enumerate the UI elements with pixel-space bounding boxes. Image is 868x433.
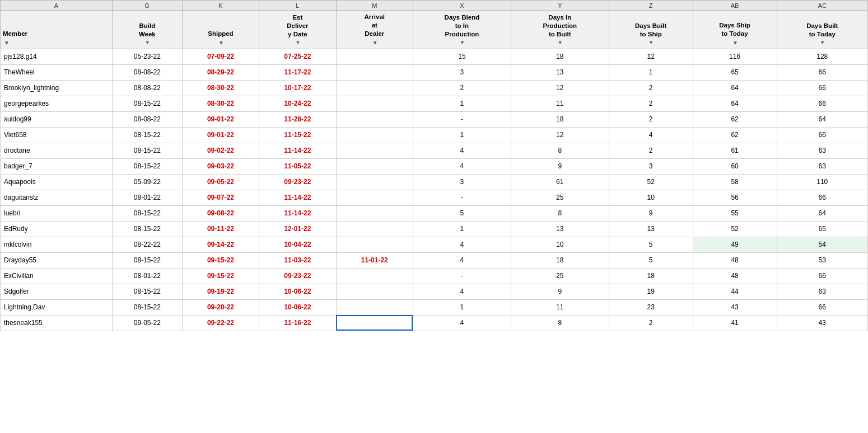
- header-est-sort-icon[interactable]: ▼: [295, 40, 300, 46]
- cell-days-built-ship[interactable]: 5: [609, 237, 693, 252]
- cell-days-blend[interactable]: 1: [413, 221, 511, 237]
- cell-days-ship-today[interactable]: 58: [693, 174, 777, 190]
- cell-days-blend[interactable]: 3: [413, 174, 511, 190]
- cell-days-inprod[interactable]: 9: [511, 158, 609, 174]
- cell-days-inprod[interactable]: 11: [511, 96, 609, 111]
- cell-est-delivery[interactable]: 12-01-22: [259, 221, 336, 237]
- cell-shipped[interactable]: 09-11-22: [182, 221, 259, 237]
- cell-member[interactable]: EdRudy: [1, 221, 113, 237]
- cell-build-week[interactable]: 08-15-22: [112, 221, 182, 237]
- cell-days-ship-today[interactable]: 116: [693, 49, 777, 64]
- cell-build-week[interactable]: 08-15-22: [112, 127, 182, 143]
- cell-days-ship-today[interactable]: 61: [693, 143, 777, 158]
- cell-days-blend[interactable]: 4: [413, 158, 511, 174]
- cell-days-ship-today[interactable]: 43: [693, 299, 777, 315]
- cell-member[interactable]: droctane: [1, 143, 113, 158]
- cell-shipped[interactable]: 09-20-22: [182, 299, 259, 315]
- header-builtship-sort-icon[interactable]: ▼: [648, 40, 654, 46]
- cell-days-ship-today[interactable]: 60: [693, 158, 777, 174]
- cell-build-week[interactable]: 08-01-22: [112, 190, 182, 205]
- cell-shipped[interactable]: 09-14-22: [182, 237, 259, 252]
- cell-member[interactable]: Brooklyn_lightning: [1, 80, 113, 96]
- cell-arrival-dealer[interactable]: [336, 158, 413, 174]
- cell-shipped[interactable]: 09-03-22: [182, 158, 259, 174]
- cell-days-ship-today[interactable]: 65: [693, 64, 777, 80]
- cell-days-inprod[interactable]: 13: [511, 221, 609, 237]
- cell-days-blend[interactable]: -: [413, 190, 511, 205]
- cell-shipped[interactable]: 09-19-22: [182, 284, 259, 299]
- cell-days-inprod[interactable]: 8: [511, 315, 609, 331]
- cell-shipped[interactable]: 09-05-22: [182, 174, 259, 190]
- header-build-week-sort-icon[interactable]: ▼: [145, 40, 150, 46]
- cell-shipped[interactable]: 09-22-22: [182, 315, 259, 331]
- cell-build-week[interactable]: 08-08-22: [112, 80, 182, 96]
- cell-shipped[interactable]: 09-07-22: [182, 190, 259, 205]
- cell-days-blend[interactable]: 1: [413, 299, 511, 315]
- cell-days-built-ship[interactable]: 9: [609, 205, 693, 221]
- cell-member[interactable]: Viet658: [1, 127, 113, 143]
- cell-shipped[interactable]: 08-30-22: [182, 96, 259, 111]
- cell-arrival-dealer[interactable]: [336, 64, 413, 80]
- cell-days-blend[interactable]: 5: [413, 205, 511, 221]
- cell-days-built-ship[interactable]: 5: [609, 252, 693, 268]
- cell-days-built-today[interactable]: 63: [777, 284, 867, 299]
- cell-days-built-ship[interactable]: 4: [609, 127, 693, 143]
- cell-days-built-today[interactable]: 65: [777, 221, 867, 237]
- cell-days-inprod[interactable]: 18: [511, 49, 609, 64]
- cell-days-built-today[interactable]: 66: [777, 96, 867, 111]
- cell-days-blend[interactable]: 15: [413, 49, 511, 64]
- cell-days-built-ship[interactable]: 12: [609, 49, 693, 64]
- cell-days-inprod[interactable]: 8: [511, 143, 609, 158]
- cell-member[interactable]: Aquapools: [1, 174, 113, 190]
- cell-days-ship-today[interactable]: 49: [693, 237, 777, 252]
- cell-days-blend[interactable]: 3: [413, 64, 511, 80]
- cell-days-ship-today[interactable]: 55: [693, 205, 777, 221]
- cell-days-built-today[interactable]: 66: [777, 64, 867, 80]
- cell-days-built-ship[interactable]: 18: [609, 268, 693, 284]
- cell-days-built-ship[interactable]: 2: [609, 96, 693, 111]
- cell-est-delivery[interactable]: 11-15-22: [259, 127, 336, 143]
- cell-arrival-dealer[interactable]: [336, 190, 413, 205]
- cell-days-inprod[interactable]: 9: [511, 284, 609, 299]
- cell-build-week[interactable]: 08-22-22: [112, 237, 182, 252]
- cell-est-delivery[interactable]: 10-04-22: [259, 237, 336, 252]
- cell-est-delivery[interactable]: 11-14-22: [259, 190, 336, 205]
- cell-days-built-ship[interactable]: 2: [609, 111, 693, 127]
- cell-days-built-today[interactable]: 66: [777, 190, 867, 205]
- cell-days-inprod[interactable]: 11: [511, 299, 609, 315]
- cell-member[interactable]: suldog99: [1, 111, 113, 127]
- cell-build-week[interactable]: 08-08-22: [112, 111, 182, 127]
- cell-build-week[interactable]: 08-15-22: [112, 284, 182, 299]
- cell-days-ship-today[interactable]: 56: [693, 190, 777, 205]
- cell-est-delivery[interactable]: 10-24-22: [259, 96, 336, 111]
- cell-est-delivery[interactable]: 11-16-22: [259, 315, 336, 331]
- header-blend-sort-icon[interactable]: ▼: [460, 40, 465, 46]
- cell-days-blend[interactable]: -: [413, 111, 511, 127]
- cell-est-delivery[interactable]: 11-17-22: [259, 64, 336, 80]
- cell-days-ship-today[interactable]: 48: [693, 252, 777, 268]
- cell-arrival-dealer[interactable]: [336, 174, 413, 190]
- cell-days-inprod[interactable]: 61: [511, 174, 609, 190]
- cell-shipped[interactable]: 09-15-22: [182, 252, 259, 268]
- cell-build-week[interactable]: 08-15-22: [112, 205, 182, 221]
- cell-days-built-today[interactable]: 53: [777, 252, 867, 268]
- cell-est-delivery[interactable]: 11-14-22: [259, 205, 336, 221]
- cell-days-blend[interactable]: 4: [413, 252, 511, 268]
- cell-member[interactable]: mklcolvin: [1, 237, 113, 252]
- cell-member[interactable]: thesneak155: [1, 315, 113, 331]
- header-arrival-filter-icon[interactable]: ▼: [372, 39, 378, 46]
- header-shiptoday-filter-icon[interactable]: ▼: [732, 39, 738, 46]
- cell-days-built-ship[interactable]: 2: [609, 80, 693, 96]
- cell-shipped[interactable]: 09-01-22: [182, 127, 259, 143]
- cell-days-ship-today[interactable]: 64: [693, 80, 777, 96]
- cell-days-built-today[interactable]: 128: [777, 49, 867, 64]
- cell-days-built-ship[interactable]: 52: [609, 174, 693, 190]
- cell-days-built-ship[interactable]: 3: [609, 158, 693, 174]
- header-inprod-sort-icon[interactable]: ▼: [558, 40, 563, 46]
- cell-arrival-dealer[interactable]: [336, 299, 413, 315]
- cell-build-week[interactable]: 05-23-22: [112, 49, 182, 64]
- cell-est-delivery[interactable]: 11-03-22: [259, 252, 336, 268]
- cell-member[interactable]: badger_7: [1, 158, 113, 174]
- cell-arrival-dealer[interactable]: [336, 127, 413, 143]
- cell-days-blend[interactable]: 4: [413, 284, 511, 299]
